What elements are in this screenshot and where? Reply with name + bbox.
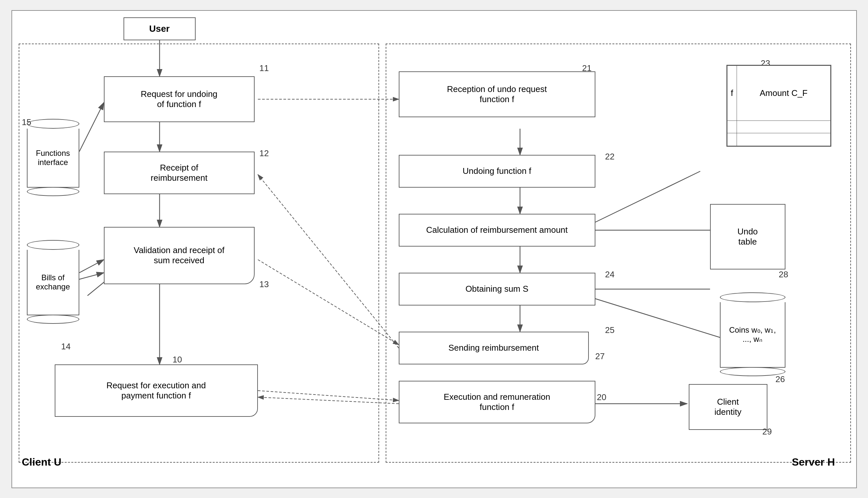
- undoing-box: Undoing function f: [399, 155, 595, 188]
- coins-text: Coins w₀, w₁, ..., wₙ: [729, 326, 776, 344]
- num-27: 27: [595, 351, 605, 362]
- calc-text: Calculation of reimbursement amount: [426, 225, 567, 235]
- num-10: 10: [173, 355, 182, 365]
- receipt-reimb-box: Receipt of reimbursement: [104, 152, 255, 194]
- num-20: 20: [597, 392, 607, 402]
- num-22: 22: [605, 152, 615, 162]
- num-24: 24: [605, 270, 615, 280]
- num-12: 12: [259, 148, 269, 158]
- amount-cell1: [737, 121, 830, 133]
- f-cell1: [727, 121, 737, 133]
- validation-text: Validation and receipt of sum received: [134, 245, 225, 265]
- user-label: User: [149, 24, 169, 34]
- num-28: 28: [779, 270, 788, 280]
- num-29: 29: [763, 427, 772, 437]
- receipt-reimb-text: Receipt of reimbursement: [151, 163, 207, 183]
- num-15: 15: [22, 117, 31, 127]
- coins-cylinder: Coins w₀, w₁, ..., wₙ: [720, 292, 786, 376]
- obtaining-box: Obtaining sum S: [399, 273, 595, 305]
- obtaining-text: Obtaining sum S: [465, 284, 528, 294]
- client-label: Client U: [22, 456, 62, 468]
- user-box: User: [124, 17, 196, 40]
- bills-exchange-cylinder: Bills of exchange: [27, 240, 79, 324]
- req-exec-box: Request for execution and payment functi…: [55, 364, 258, 417]
- undo-table-box: Undo table: [710, 204, 786, 270]
- bills-text: Bills of exchange: [36, 273, 70, 291]
- f-cell2: [727, 133, 737, 146]
- exec-remun-text: Execution and remuneration function f: [444, 392, 550, 412]
- f-amount-table: f Amount C_F: [726, 65, 831, 147]
- num-25: 25: [605, 325, 615, 335]
- num-26: 26: [776, 374, 785, 384]
- reception-text: Reception of undo request function f: [447, 84, 547, 104]
- client-identity-text: Client identity: [714, 397, 741, 417]
- req-undo-text: Request for undoing of function f: [141, 89, 217, 109]
- server-label: Server H: [792, 456, 835, 468]
- amount-header: Amount C_F: [737, 65, 830, 121]
- diagram-container: User Client U Server H 11 Request for un…: [12, 10, 857, 488]
- reception-box: Reception of undo request function f: [399, 71, 595, 117]
- f-header: f: [727, 65, 737, 121]
- amount-cell2: [737, 133, 830, 146]
- undoing-text: Undoing function f: [463, 166, 532, 176]
- undo-table-text: Undo table: [737, 226, 757, 247]
- calc-box: Calculation of reimbursement amount: [399, 214, 595, 247]
- num-14: 14: [61, 341, 71, 352]
- num-11: 11: [259, 63, 269, 73]
- functions-iface-text: Functions interface: [36, 149, 70, 167]
- sending-text: Sending reimbursement: [448, 343, 539, 353]
- sending-box: Sending reimbursement: [399, 332, 589, 364]
- client-identity-box: Client identity: [689, 384, 767, 430]
- functions-interface-cylinder: Functions interface: [27, 119, 79, 196]
- req-undo-box: Request for undoing of function f: [104, 76, 255, 122]
- req-exec-text: Request for execution and payment functi…: [106, 380, 206, 401]
- exec-remun-box: Execution and remuneration function f: [399, 381, 595, 423]
- num-13: 13: [259, 279, 269, 289]
- validation-box: Validation and receipt of sum received: [104, 227, 255, 284]
